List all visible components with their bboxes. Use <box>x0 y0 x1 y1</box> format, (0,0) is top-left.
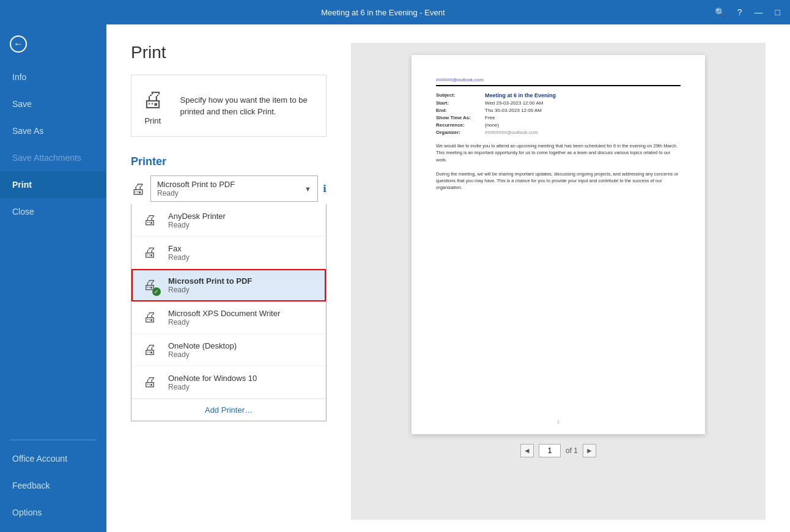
sidebar-item-save-as[interactable]: Save As <box>0 117 106 144</box>
preview-recurrence-row: Recurrence: (none) <box>436 122 681 128</box>
prev-page-button[interactable]: ◄ <box>520 444 534 457</box>
app-body: ← Info Save Save As Save Attachments Pri… <box>0 24 790 532</box>
printer-list-item-fax[interactable]: 🖨 Fax Ready <box>131 237 326 269</box>
sidebar-item-office-account[interactable]: Office Account <box>0 445 106 472</box>
page-title: Print <box>131 43 327 62</box>
dropdown-arrow-icon: ▼ <box>305 185 311 193</box>
printer-icon: 🖨 <box>142 87 164 113</box>
printer-item-status-xps: Ready <box>168 318 280 327</box>
sidebar-item-feedback[interactable]: Feedback <box>0 472 106 499</box>
page-number-input[interactable] <box>539 444 561 457</box>
minimize-icon[interactable]: — <box>751 6 767 18</box>
print-button[interactable]: 🖨 Print <box>138 81 168 130</box>
printer-item-status-fax: Ready <box>168 253 190 262</box>
print-area: Print 🖨 Print Specify how you want the i… <box>106 24 790 532</box>
printer-list-item-onenote-win10[interactable]: 🖨 OneNote for Windows 10 Ready <box>131 366 326 399</box>
preview-page: ######@outlook.com Subject: Meeting at 6… <box>412 55 705 434</box>
printer-list: 🖨 AnyDesk Printer Ready 🖨 Fax <box>131 204 327 421</box>
printer-list-item-onenote-desktop[interactable]: 🖨 OneNote (Desktop) Ready <box>131 334 326 366</box>
selected-printer-name: Microsoft Print to PDF <box>157 180 235 189</box>
window-controls: 🔍 ? — □ <box>711 6 784 18</box>
print-label: Print <box>144 116 161 125</box>
preview-email: ######@outlook.com <box>436 77 681 83</box>
add-printer-button[interactable]: Add Printer… <box>131 399 326 421</box>
preview-end-label: End: <box>436 108 485 113</box>
next-page-button[interactable]: ► <box>583 444 596 457</box>
preview-page-number: 1 <box>557 419 559 424</box>
printer-list-item[interactable]: 🖨 AnyDesk Printer Ready <box>131 204 326 237</box>
maximize-icon[interactable]: □ <box>772 6 784 18</box>
printer-item-icon-anydesk: 🖨 <box>139 209 161 231</box>
preview-subject-row: Subject: Meeting at 6 in the Evening <box>436 92 681 98</box>
printer-item-status-onenote-win10: Ready <box>168 383 257 391</box>
printer-info-icon[interactable]: ℹ <box>323 183 327 194</box>
preview-panel: ######@outlook.com Subject: Meeting at 6… <box>351 43 766 520</box>
title-bar: Meeting at 6 in the Evening - Event 🔍 ? … <box>0 0 790 24</box>
add-printer-suffix: Printer… <box>219 405 253 415</box>
preview-start-label: Start: <box>436 100 485 106</box>
printer-list-item-pdf[interactable]: 🖨 ✓ Microsoft Print to PDF Ready <box>131 269 326 301</box>
printer-item-icon-onenote-win10: 🖨 <box>139 371 161 393</box>
sidebar-nav: Info Save Save As Save Attachments Print… <box>0 64 106 435</box>
sidebar-item-info[interactable]: Info <box>0 64 106 91</box>
preview-subject-label: Subject: <box>436 92 485 98</box>
printer-item-name: AnyDesk Printer <box>168 212 226 221</box>
preview-organizer-label: Organizer: <box>436 130 485 135</box>
preview-body-para1: We would like to invite you to attend an… <box>436 142 681 163</box>
print-button-area: 🖨 Print Specify how you want the item to… <box>131 75 327 137</box>
printer-item-name-xps: Microsoft XPS Document Writer <box>168 309 280 318</box>
printer-select-row: 🖨 Microsoft Print to PDF Ready ▼ ℹ <box>131 175 327 202</box>
preview-end-value: Thu 30-03-2023 12:00 AM <box>485 108 542 113</box>
sidebar-item-options[interactable]: Options <box>0 499 106 526</box>
preview-end-row: End: Thu 30-03-2023 12:00 AM <box>436 108 681 113</box>
preview-divider <box>436 85 681 86</box>
preview-subject-value: Meeting at 6 in the Evening <box>485 92 556 98</box>
preview-organizer-value: ########@outlook.com <box>485 130 538 135</box>
search-icon[interactable]: 🔍 <box>711 6 729 18</box>
printer-list-item-xps[interactable]: 🖨 Microsoft XPS Document Writer Ready <box>131 301 326 334</box>
next-page-icon: ► <box>586 446 593 455</box>
printer-item-name-pdf: Microsoft Print to PDF <box>168 276 252 286</box>
printer-item-icon-onenote-desktop: 🖨 <box>139 339 161 361</box>
preview-showtime-label: Show Time As: <box>436 115 485 120</box>
printer-section-title: Printer <box>131 155 327 168</box>
printer-item-name-fax: Fax <box>168 244 190 253</box>
page-of-text: of 1 <box>566 446 578 455</box>
preview-showtime-row: Show Time As: Free <box>436 115 681 120</box>
sidebar-item-close[interactable]: Close <box>0 198 106 225</box>
preview-organizer-row: Organizer: ########@outlook.com <box>436 130 681 135</box>
preview-showtime-value: Free <box>485 115 495 120</box>
left-panel: Print 🖨 Print Specify how you want the i… <box>131 43 327 520</box>
preview-body-para2: During the meeting, we will be sharing i… <box>436 171 681 191</box>
printer-select-icon: 🖨 <box>131 180 146 198</box>
sidebar-item-save[interactable]: Save <box>0 91 106 117</box>
print-description: Specify how you want the item to be prin… <box>180 94 320 118</box>
back-button[interactable]: ← <box>0 24 106 64</box>
printer-item-status-pdf: Ready <box>168 286 252 294</box>
sidebar-item-print[interactable]: Print <box>0 171 106 198</box>
printer-item-status: Ready <box>168 221 226 229</box>
preview-start-row: Start: Wed 29-03-2023 12:00 AM <box>436 100 681 106</box>
window-title: Meeting at 6 in the Evening - Event <box>55 8 711 17</box>
check-badge-icon: ✓ <box>152 287 161 296</box>
sidebar-divider <box>10 440 97 440</box>
printer-item-icon-xps: 🖨 <box>139 306 161 328</box>
main-content: Print 🖨 Print Specify how you want the i… <box>106 24 790 532</box>
printer-item-name-onenote-desktop: OneNote (Desktop) <box>168 341 237 350</box>
printer-item-status-onenote-desktop: Ready <box>168 350 237 359</box>
sidebar-bottom: Office Account Feedback Options <box>0 435 106 532</box>
add-printer-prefix: Add <box>205 405 219 415</box>
help-icon[interactable]: ? <box>734 6 746 18</box>
preview-start-value: Wed 29-03-2023 12:00 AM <box>485 100 543 106</box>
selected-printer-status: Ready <box>157 189 235 198</box>
prev-page-icon: ◄ <box>523 446 531 455</box>
preview-recurrence-label: Recurrence: <box>436 122 485 128</box>
printer-item-icon-pdf: 🖨 ✓ <box>139 274 161 296</box>
printer-item-name-onenote-win10: OneNote for Windows 10 <box>168 374 257 383</box>
preview-recurrence-value: (none) <box>485 122 499 128</box>
sidebar: ← Info Save Save As Save Attachments Pri… <box>0 24 106 532</box>
page-navigation: ◄ of 1 ► <box>520 444 596 457</box>
printer-dropdown[interactable]: Microsoft Print to PDF Ready ▼ <box>150 175 318 202</box>
back-arrow-icon: ← <box>10 35 27 53</box>
printer-item-icon-fax: 🖨 <box>139 242 161 264</box>
